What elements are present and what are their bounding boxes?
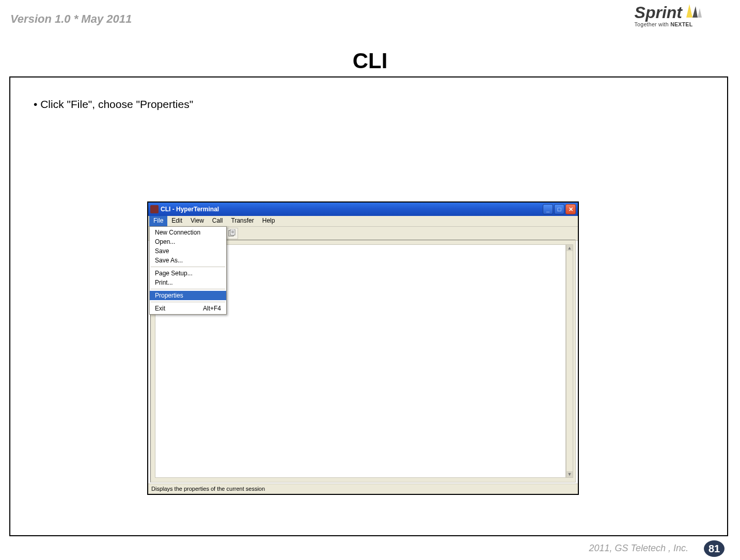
sprint-logo-icon xyxy=(685,3,704,21)
page-number-badge: 81 xyxy=(704,540,725,557)
statusbar-message: Displays the properties of the current s… xyxy=(151,486,265,494)
sprint-logo: Sprint Together with NEXTEL xyxy=(635,3,704,27)
maximize-button[interactable]: □ xyxy=(554,204,564,214)
scroll-down-icon[interactable]: ▼ xyxy=(566,471,573,477)
menu-item-print[interactable]: Print... xyxy=(150,278,226,287)
logo-tagline-prefix: Together with xyxy=(635,21,671,27)
version-text: Version 1.0 * May 2011 xyxy=(10,12,132,26)
menu-item-properties[interactable]: Properties xyxy=(150,291,226,300)
menu-item-exit-shortcut: Alt+F4 xyxy=(203,305,221,312)
instruction-bullet: • Click "File", choose "Properties" xyxy=(34,98,193,111)
menu-separator xyxy=(151,302,225,302)
properties-icon xyxy=(228,229,235,238)
menubar: File Edit View Call Transfer Help xyxy=(148,216,578,227)
statusbar: Displays the properties of the current s… xyxy=(148,484,578,494)
menu-item-new-connection[interactable]: New Connection xyxy=(150,228,226,237)
page-title: CLI xyxy=(0,49,740,73)
menu-item-exit-label: Exit xyxy=(155,305,165,312)
scroll-up-icon[interactable]: ▲ xyxy=(566,245,573,251)
logo-tagline-bold: NEXTEL xyxy=(670,21,692,27)
file-dropdown-menu: New Connection Open... Save Save As... P… xyxy=(149,226,227,315)
vertical-scrollbar[interactable]: ▲ ▼ xyxy=(566,244,573,478)
menu-call[interactable]: Call xyxy=(208,216,227,226)
menu-help[interactable]: Help xyxy=(258,216,279,226)
hyperterminal-window: CLI - HyperTerminal _ □ ✕ File Edit View… xyxy=(147,201,579,495)
sprint-wordmark: Sprint xyxy=(635,4,682,21)
menu-separator xyxy=(151,267,225,267)
close-button[interactable]: ✕ xyxy=(565,204,576,214)
footer-copyright: 2011, GS Teletech , Inc. xyxy=(589,543,688,554)
menu-transfer[interactable]: Transfer xyxy=(227,216,258,226)
window-title: CLI - HyperTerminal xyxy=(161,206,219,213)
menu-item-save-as[interactable]: Save As... xyxy=(150,256,226,265)
minimize-button[interactable]: _ xyxy=(543,204,553,214)
menu-separator xyxy=(151,289,225,289)
menu-item-save[interactable]: Save xyxy=(150,246,226,256)
menu-edit[interactable]: Edit xyxy=(167,216,186,226)
menu-item-page-setup[interactable]: Page Setup... xyxy=(150,269,226,278)
menu-item-exit[interactable]: Exit Alt+F4 xyxy=(150,304,226,313)
app-icon xyxy=(150,205,159,213)
menu-view[interactable]: View xyxy=(186,216,208,226)
menu-item-open[interactable]: Open... xyxy=(150,237,226,246)
menu-file[interactable]: File xyxy=(149,216,167,226)
toolbar-button-properties-icon[interactable] xyxy=(226,228,238,239)
slide-body-frame: • Click "File", choose "Properties" CLI … xyxy=(9,76,728,536)
titlebar[interactable]: CLI - HyperTerminal _ □ ✕ xyxy=(148,203,578,216)
